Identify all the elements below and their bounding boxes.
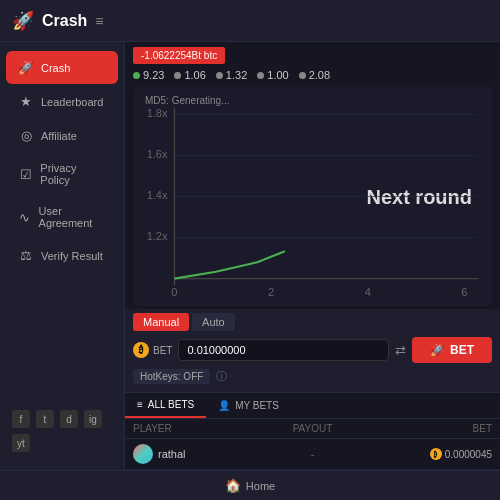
svg-text:2: 2 [268, 286, 274, 298]
svg-text:1.2x: 1.2x [147, 230, 168, 242]
player-name: rathal [158, 448, 186, 460]
sidebar-label-privacy: Privacy Policy [40, 162, 106, 186]
top-bar: 🚀 Crash ≡ [0, 0, 500, 42]
sidebar-label-crash: Crash [41, 62, 70, 74]
hotkeys-badge[interactable]: HotKeys: OFF [133, 369, 210, 384]
bet-value: 0.0000045 [445, 449, 492, 460]
sidebar-label-leaderboard: Leaderboard [41, 96, 103, 108]
col-player-header: PLAYER [133, 423, 253, 434]
multiplier-dot [216, 72, 223, 79]
bet-currency-icon: ₿ [133, 342, 149, 358]
main-layout: 🚀Crash★Leaderboard◎Affiliate☑Privacy Pol… [0, 42, 500, 470]
svg-text:6: 6 [461, 286, 467, 298]
bet-arrows-icon[interactable]: ⇄ [395, 343, 406, 358]
bets-table-header: PLAYER PAYOUT BET [125, 419, 500, 439]
affiliate-icon: ◎ [18, 128, 34, 143]
bet-row: ₿ BET ⇄ 🚀 BET [133, 337, 492, 363]
multiplier-dot [257, 72, 264, 79]
sidebar-label-verify: Verify Result [41, 250, 103, 262]
social-facebook[interactable]: f [12, 410, 30, 428]
home-icon: 🏠 [225, 478, 241, 493]
payout-cell: - [253, 448, 373, 460]
sidebar-item-verify[interactable]: ⚖Verify Result [6, 239, 118, 272]
col-payout-header: PAYOUT [253, 423, 373, 434]
multiplier-dot [133, 72, 140, 79]
sidebar-label-affiliate: Affiliate [41, 130, 77, 142]
bets-tab-my-bets[interactable]: 👤MY BETS [206, 393, 291, 418]
sidebar-social: f t d ig yt [0, 400, 124, 462]
multiplier-value: 1.00 [267, 69, 288, 81]
mode-tab-auto[interactable]: Auto [192, 313, 235, 331]
multiplier-item: 1.32 [216, 69, 247, 81]
sidebar-item-agreement[interactable]: ∿User Agreement [6, 196, 118, 238]
bet-input[interactable] [178, 339, 389, 361]
bet-controls: ManualAuto ₿ BET ⇄ 🚀 BET HotKeys: OFF ⓘ [125, 309, 500, 392]
hash-bar: -1.0622254Bt btc [133, 47, 225, 64]
multiplier-row: 9.231.061.321.002.08 [125, 66, 500, 84]
col-bet-header: BET [372, 423, 492, 434]
social-twitter[interactable]: t [36, 410, 54, 428]
bets-tab-label: MY BETS [235, 400, 279, 411]
agreement-icon: ∿ [18, 210, 32, 225]
app-icon: 🚀 [12, 10, 34, 32]
crash-icon: 🚀 [18, 60, 34, 75]
multiplier-value: 1.06 [184, 69, 205, 81]
multiplier-value: 1.32 [226, 69, 247, 81]
bets-tab-icon: 👤 [218, 400, 230, 411]
rocket-icon: 🚀 [430, 343, 445, 357]
multiplier-item: 1.06 [174, 69, 205, 81]
multiplier-dot [299, 72, 306, 79]
social-discord[interactable]: d [60, 410, 78, 428]
sidebar: 🚀Crash★Leaderboard◎Affiliate☑Privacy Pol… [0, 42, 125, 470]
multiplier-item: 9.23 [133, 69, 164, 81]
bottom-bar: 🏠 Home [0, 470, 500, 500]
app-title: Crash [42, 12, 87, 30]
svg-text:1.4x: 1.4x [147, 189, 168, 201]
mode-tabs: ManualAuto [133, 313, 492, 331]
svg-text:1.8x: 1.8x [147, 107, 168, 119]
multiplier-dot [174, 72, 181, 79]
multiplier-value: 2.08 [309, 69, 330, 81]
home-label[interactable]: Home [246, 480, 275, 492]
social-instagram[interactable]: ig [84, 410, 102, 428]
sidebar-item-leaderboard[interactable]: ★Leaderboard [6, 85, 118, 118]
content-area: -1.0622254Bt btc 9.231.061.321.002.08 MD… [125, 42, 500, 470]
hotkeys-row: HotKeys: OFF ⓘ [133, 369, 492, 384]
bet-label: ₿ BET [133, 342, 172, 358]
svg-text:0: 0 [171, 286, 177, 298]
bet-button[interactable]: 🚀 BET [412, 337, 492, 363]
verify-icon: ⚖ [18, 248, 34, 263]
menu-icon[interactable]: ≡ [95, 13, 103, 29]
svg-text:1.6x: 1.6x [147, 148, 168, 160]
multiplier-item: 1.00 [257, 69, 288, 81]
avatar [133, 444, 153, 464]
game-area: MD5: Generating... Next round 1.8x 1.6x … [133, 87, 492, 306]
bet-cell: ₿ 0.0000045 [372, 448, 492, 460]
chart-svg: 1.8x 1.6x 1.4x 1.2x 0 2 4 6 [133, 87, 492, 306]
sidebar-item-crash[interactable]: 🚀Crash [6, 51, 118, 84]
sidebar-item-privacy[interactable]: ☑Privacy Policy [6, 153, 118, 195]
svg-text:4: 4 [365, 286, 371, 298]
table-row: rathal - ₿ 0.0000045 [125, 439, 500, 470]
mode-tab-manual[interactable]: Manual [133, 313, 189, 331]
multiplier-item: 2.08 [299, 69, 330, 81]
privacy-icon: ☑ [18, 167, 33, 182]
sidebar-item-affiliate[interactable]: ◎Affiliate [6, 119, 118, 152]
btc-icon: ₿ [430, 448, 442, 460]
bets-section: ≡ALL BETS👤MY BETS PLAYER PAYOUT BET rath… [125, 392, 500, 470]
bets-tab-label: ALL BETS [148, 399, 194, 410]
leaderboard-icon: ★ [18, 94, 34, 109]
bets-tab-icon: ≡ [137, 399, 143, 410]
bets-tabs: ≡ALL BETS👤MY BETS [125, 393, 500, 419]
sidebar-label-agreement: User Agreement [39, 205, 106, 229]
hotkeys-info-icon: ⓘ [216, 369, 227, 384]
player-cell: rathal [133, 444, 253, 464]
multiplier-value: 9.23 [143, 69, 164, 81]
social-youtube[interactable]: yt [12, 434, 30, 452]
bets-tab-all-bets[interactable]: ≡ALL BETS [125, 393, 206, 418]
